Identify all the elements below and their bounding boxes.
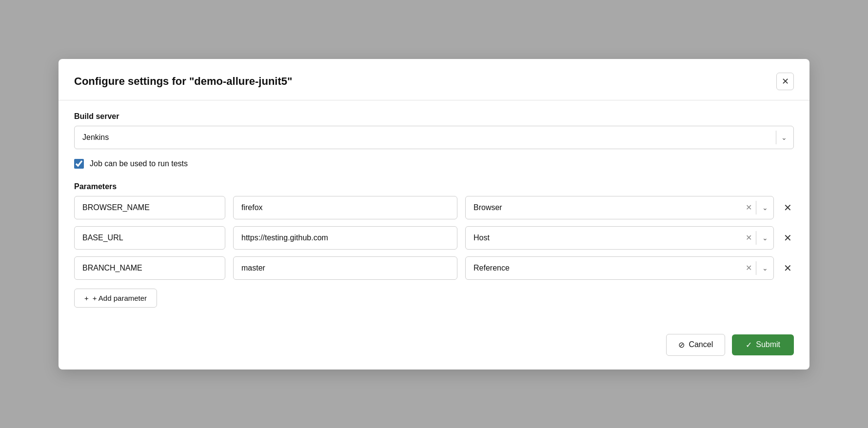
modal-footer: ⊘ Cancel ✓ Submit	[59, 334, 809, 370]
cancel-button[interactable]: ⊘ Cancel	[666, 334, 725, 356]
modal-overlay: Configure settings for "demo-allure-juni…	[0, 0, 868, 428]
param-type-wrapper-1: ✕ ⌄	[465, 196, 774, 219]
param-type-wrapper-2: ✕ ⌄	[465, 226, 774, 250]
param-remove-btn-2[interactable]: ✕	[782, 232, 794, 244]
param-type-dropdown-3[interactable]: ⌄	[756, 264, 774, 272]
plus-icon: +	[84, 294, 89, 302]
cancel-icon: ⊘	[678, 340, 685, 350]
checkbox-label[interactable]: Job can be used to run tests	[90, 159, 188, 168]
param-type-wrapper-3: ✕ ⌄	[465, 256, 774, 280]
modal-body: Build server Jenkins GitHub Actions Circ…	[59, 112, 809, 334]
param-row-1: ✕ ⌄ ✕	[74, 196, 794, 219]
param-name-input-2[interactable]	[74, 226, 225, 250]
modal-dialog: Configure settings for "demo-allure-juni…	[59, 59, 809, 370]
param-type-controls-3: ✕ ⌄	[742, 256, 774, 280]
param-type-input-3[interactable]	[465, 256, 774, 280]
param-name-input-3[interactable]	[74, 256, 225, 280]
submit-label: Submit	[756, 340, 780, 349]
run-tests-checkbox[interactable]	[74, 159, 84, 169]
param-value-input-2[interactable]	[233, 226, 457, 250]
param-value-input-1[interactable]	[233, 196, 457, 219]
submit-button[interactable]: ✓ Submit	[732, 334, 794, 355]
build-server-select-wrapper: Jenkins GitHub Actions CircleCI GitLab C…	[74, 126, 794, 149]
param-row-3: ✕ ⌄ ✕	[74, 256, 794, 280]
param-type-dropdown-1[interactable]: ⌄	[756, 204, 774, 212]
param-value-input-3[interactable]	[233, 256, 457, 280]
add-parameter-button[interactable]: + + Add parameter	[74, 289, 157, 308]
header-divider	[59, 100, 809, 100]
parameters-label: Parameters	[74, 182, 794, 191]
param-name-input-1[interactable]	[74, 196, 225, 219]
build-server-section: Build server Jenkins GitHub Actions Circ…	[74, 112, 794, 149]
modal-title: Configure settings for "demo-allure-juni…	[74, 75, 292, 88]
param-type-dropdown-2[interactable]: ⌄	[756, 234, 774, 242]
param-row-2: ✕ ⌄ ✕	[74, 226, 794, 250]
param-type-clear-2[interactable]: ✕	[742, 233, 756, 242]
param-remove-btn-3[interactable]: ✕	[782, 262, 794, 274]
param-type-clear-3[interactable]: ✕	[742, 263, 756, 272]
cancel-label: Cancel	[689, 340, 713, 349]
parameters-section: Parameters ✕ ⌄ ✕	[74, 182, 794, 280]
build-server-label: Build server	[74, 112, 794, 121]
param-type-controls-2: ✕ ⌄	[742, 226, 774, 250]
param-type-controls-1: ✕ ⌄	[742, 196, 774, 219]
submit-check-icon: ✓	[746, 340, 752, 350]
add-parameter-label: + Add parameter	[93, 294, 147, 302]
checkbox-row: Job can be used to run tests	[74, 159, 794, 169]
build-server-select[interactable]: Jenkins GitHub Actions CircleCI GitLab C…	[74, 126, 794, 149]
param-type-input-2[interactable]	[465, 226, 774, 250]
modal-header: Configure settings for "demo-allure-juni…	[59, 59, 809, 100]
param-remove-btn-1[interactable]: ✕	[782, 202, 794, 214]
close-button[interactable]: ✕	[776, 73, 794, 90]
param-type-input-1[interactable]	[465, 196, 774, 219]
param-type-clear-1[interactable]: ✕	[742, 203, 756, 212]
